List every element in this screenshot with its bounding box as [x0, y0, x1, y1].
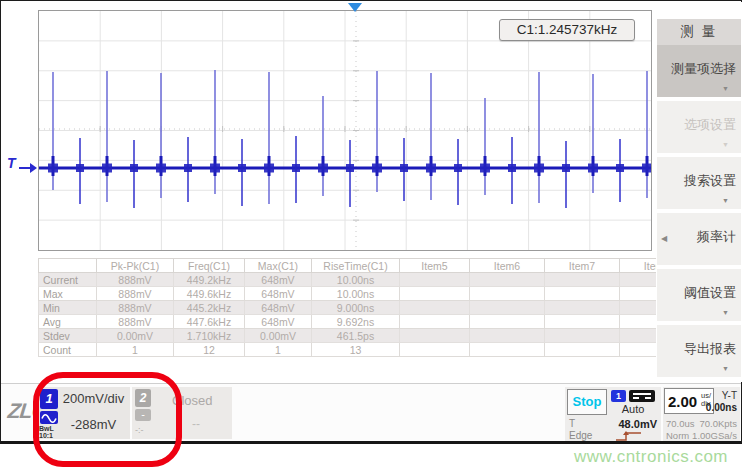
trigger-level-marker[interactable]: T [5, 155, 37, 179]
rising-edge-icon [615, 430, 643, 442]
trigger-type-row: Edge [569, 430, 657, 441]
table-cell: 648mV [245, 287, 312, 301]
sidebar-item-4[interactable]: ◀频率计 [657, 213, 741, 265]
table-cell: 648mV [245, 315, 312, 329]
table-cell: 447.6kHz [174, 315, 245, 329]
table-row: Max888mV449.6kHz648mV10.00ns [39, 287, 657, 301]
acquisition-window-row: 70.0us 70.0Kpts [666, 418, 737, 429]
sidebar-item-1[interactable]: 测量项选择▼ [657, 45, 741, 97]
table-cell [545, 273, 620, 287]
trigger-delay: 0.00ns [706, 402, 737, 413]
table-cell: 445.2kHz [174, 301, 245, 315]
trigger-panel: Stop 1 Auto T 48.0mV Edge [565, 387, 661, 441]
table-cell [545, 343, 620, 357]
channel1-block[interactable]: 1 BwL 10:1 200mV/div -288mV [37, 387, 130, 439]
table-cell [545, 287, 620, 301]
channel1-offset: -288mV [61, 417, 126, 432]
table-header-cell: Item5 [400, 259, 470, 273]
table-cell [470, 287, 545, 301]
sidebar-item-6[interactable]: 导出报表▼ [657, 325, 741, 377]
table-cell: 648mV [245, 301, 312, 315]
table-header-cell: RiseTime(C1) [312, 259, 400, 273]
table-cell [620, 287, 657, 301]
channel1-scale: 200mV/div [61, 391, 126, 406]
table-header-cell: Pk-Pk(C1) [97, 259, 174, 273]
channel1-probe-label: BwL 10:1 [39, 426, 54, 439]
table-cell: 648mV [245, 273, 312, 287]
table-cell [545, 315, 620, 329]
table-header-cell [39, 259, 97, 273]
window-length: 70.0us [666, 418, 695, 429]
table-row-label: Stdev [39, 329, 97, 343]
table-row-label: Current [39, 273, 97, 287]
trigger-level-value: 48.0mV [618, 418, 657, 430]
trigger-position-marker-icon[interactable] [348, 3, 362, 12]
waveform-plot[interactable]: C1:1.245737kHz [38, 10, 652, 251]
page: C1:1.245737kHz T Pk-Pk(C1)Freq(C1)Max(C1… [0, 0, 742, 471]
oscilloscope-app: C1:1.245737kHz T Pk-Pk(C1)Freq(C1)Max(C1… [0, 0, 742, 444]
table-cell [400, 329, 470, 343]
dropdown-caret-icon: ▼ [722, 141, 729, 148]
table-cell [470, 315, 545, 329]
sidebar-item-label: 选项设置 [652, 116, 736, 134]
table-row-label: Count [39, 343, 97, 357]
table-row: Current888mV449.2kHz648mV10.00ns [39, 273, 657, 287]
record-points: 70.0Kpts [700, 418, 738, 429]
sidebar: 测 量 测量项选择▼选项设置▼搜索设置▼◀频率计阈值设置▼导出报表▼ [657, 2, 742, 382]
table-row-label: Avg [39, 315, 97, 329]
table-cell: 888mV [97, 301, 174, 315]
sample-rate-row: Norm 1.00GSa/s [666, 430, 737, 441]
timebase-panel: 2.00 us/ div Y-T 0.00ns 70.0us 70.0Kpts … [663, 387, 740, 441]
channel2-block[interactable]: 2 - -:- Closed -- [132, 387, 232, 439]
measurement-table: Pk-Pk(C1)Freq(C1)Max(C1)RiseTime(C1)Item… [38, 258, 656, 357]
table-header-cell: Freq(C1) [174, 259, 245, 273]
table-row: Count112113 [39, 343, 657, 357]
watermark: www.cntronics.com [574, 447, 728, 467]
table-cell [400, 343, 470, 357]
trigger-type: Edge [569, 430, 592, 441]
sidebar-item-label: 搜索设置 [652, 172, 736, 190]
dropdown-caret-icon: ▼ [722, 309, 729, 316]
channel2-status: Closed [172, 393, 212, 408]
channel1-badge: 1 [40, 389, 58, 409]
table-cell: 449.2kHz [174, 273, 245, 287]
table-cell: 10.00ns [312, 287, 400, 301]
timebase-scale: 2.00 [668, 393, 697, 410]
table-cell: 0.00mV [245, 329, 312, 343]
run-state-button[interactable]: Stop [567, 389, 607, 415]
sidebar-item-5[interactable]: 阈值设置▼ [657, 269, 741, 321]
table-row: Stdev0.00mV1.710kHz0.00mV461.5ps [39, 329, 657, 343]
table-cell [620, 343, 657, 357]
table-cell: 1 [97, 343, 174, 357]
table-cell: 888mV [97, 273, 174, 287]
sidebar-item-2[interactable]: 选项设置▼ [657, 101, 741, 153]
table-cell: 888mV [97, 315, 174, 329]
acquisition-mode: Norm [666, 430, 689, 441]
trigger-level-arrow-icon [30, 163, 37, 173]
sidebar-items: 测量项选择▼选项设置▼搜索设置▼◀频率计阈值设置▼导出报表▼ [657, 45, 741, 381]
sidebar-item-label: 导出报表 [652, 340, 736, 358]
trigger-level-line-icon [19, 167, 30, 169]
table-cell: 12 [174, 343, 245, 357]
trigger-source-badge: 1 [611, 390, 626, 402]
sidebar-item-label: 测量项选择 [652, 60, 736, 78]
dc-coupling-icon [629, 390, 655, 402]
table-cell [400, 287, 470, 301]
measurement-table-wrap: Pk-Pk(C1)Freq(C1)Max(C1)RiseTime(C1)Item… [38, 258, 656, 358]
sidebar-item-label: 频率计 [652, 228, 736, 246]
sidebar-item-3[interactable]: 搜索设置▼ [657, 157, 741, 209]
table-cell: 0.00mV [97, 329, 174, 343]
table-cell [545, 301, 620, 315]
table-header-cell: Item7 [545, 259, 620, 273]
table-cell: 1 [245, 343, 312, 357]
table-cell [470, 343, 545, 357]
freq-readout: C1:1.245737kHz [499, 19, 635, 41]
table-row-label: Min [39, 301, 97, 315]
waveform-svg [39, 11, 651, 250]
table-cell [400, 273, 470, 287]
table-cell: 1.710kHz [174, 329, 245, 343]
channel1-ac-coupling-icon [40, 411, 58, 424]
trigger-level-label: T [7, 155, 16, 171]
table-row-label: Max [39, 287, 97, 301]
table-cell: 461.5ps [312, 329, 400, 343]
